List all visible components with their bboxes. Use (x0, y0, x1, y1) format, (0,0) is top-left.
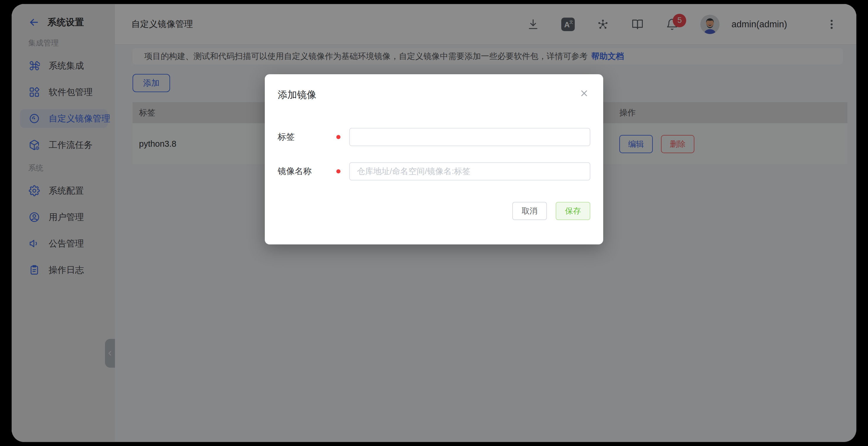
field-label: 标签 (278, 131, 336, 143)
required-dot (336, 135, 340, 139)
label-input[interactable] (349, 128, 590, 146)
image-name-field-row: 镜像名称 (278, 162, 590, 180)
close-icon[interactable] (579, 88, 589, 98)
modal-title: 添加镜像 (278, 88, 590, 101)
app-window: 系统设置 集成管理 系统集成 软件包管理 自定义镜像管理 工作流任务 (12, 4, 856, 442)
image-name-input[interactable] (349, 162, 590, 180)
label-field-row: 标签 (278, 128, 590, 146)
cancel-button[interactable]: 取消 (512, 202, 547, 220)
modal-footer: 取消 保存 (278, 202, 590, 220)
add-image-modal: 添加镜像 标签 镜像名称 取消 保存 (265, 74, 603, 244)
save-button[interactable]: 保存 (556, 202, 590, 220)
field-label: 镜像名称 (278, 166, 336, 177)
modal-body: 标签 镜像名称 (278, 128, 590, 180)
required-dot (336, 169, 340, 173)
